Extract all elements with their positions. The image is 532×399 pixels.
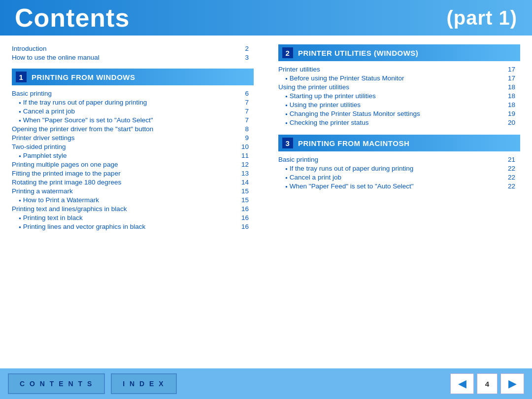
item-page: 20 — [502, 119, 515, 126]
list-item: Printing text and lines/graphics in blac… — [12, 205, 254, 213]
item-page: 13 — [236, 170, 249, 177]
list-item: If the tray runs out of paper during pri… — [278, 164, 520, 173]
list-item: Using the printer utilities 18 — [278, 101, 520, 109]
item-page: 22 — [502, 165, 515, 172]
item-page: 18 — [502, 101, 515, 109]
item-label[interactable]: Using the printer utilities — [278, 83, 502, 91]
section2-list: Printer utilities 17 Before using the Pr… — [278, 65, 520, 127]
list-item: Printing text in black 16 — [12, 214, 254, 222]
list-item: Starting up the printer utilities 18 — [278, 92, 520, 100]
list-item: Before using the Printer Status Monitor … — [278, 74, 520, 82]
footer-nav: ◀ 4 ▶ — [450, 373, 524, 394]
item-page: 21 — [502, 156, 515, 163]
item-label[interactable]: Cancel a print job — [12, 108, 236, 115]
item-page: 12 — [236, 161, 249, 168]
item-label[interactable]: If the tray runs out of paper during pri… — [12, 99, 236, 106]
list-item: Printing a watermark 15 — [12, 187, 254, 195]
footer-bar: C O N T E N T S I N D E X ◀ 4 ▶ — [0, 368, 532, 399]
section1-list: Basic printing 6 If the tray runs out of… — [12, 89, 254, 231]
item-page: 11 — [236, 152, 249, 159]
list-item: If the tray runs out of paper during pri… — [12, 98, 254, 107]
item-label[interactable]: Basic printing — [12, 90, 236, 97]
list-item: Printing lines and vector graphics in bl… — [12, 222, 254, 231]
section2-number: 2 — [282, 47, 293, 58]
item-label[interactable]: Rotating the print image 180 degrees — [12, 179, 236, 186]
part-label: (part 1) — [446, 7, 517, 29]
index-button[interactable]: I N D E X — [111, 373, 176, 394]
list-item: Printer utilities 17 — [278, 65, 520, 73]
prev-page-button[interactable]: ◀ — [450, 373, 474, 394]
left-column: Introduction 2 How to use the online man… — [12, 44, 264, 363]
item-label[interactable]: Checking the printer status — [278, 119, 502, 126]
item-page: 14 — [236, 179, 249, 186]
list-item: Pamphlet style 11 — [12, 151, 254, 160]
current-page: 4 — [477, 373, 498, 394]
section2-title: PRINTER UTILITIES (WINDOWS) — [298, 49, 418, 57]
item-label[interactable]: Printer driver settings — [12, 134, 236, 142]
item-page: 7 — [236, 108, 249, 115]
arrow-left-icon: ◀ — [458, 377, 466, 390]
list-item: When "Paper Feed" is set to "Auto Select… — [278, 182, 520, 190]
item-page: 15 — [236, 196, 249, 204]
top-links: Introduction 2 How to use the online man… — [12, 44, 254, 62]
item-page: 7 — [236, 99, 249, 106]
item-label[interactable]: Starting up the printer utilities — [278, 92, 502, 100]
list-item: Printing multiple pages on one page 12 — [12, 160, 254, 169]
section3-list: Basic printing 21 If the tray runs out o… — [278, 155, 520, 190]
item-label[interactable]: Basic printing — [278, 156, 502, 163]
howto-link[interactable]: How to use the online manual — [12, 54, 236, 61]
header: Contents (part 1) — [0, 0, 532, 36]
item-page: 22 — [502, 182, 515, 190]
list-item: How to use the online manual 3 — [12, 53, 254, 62]
item-label[interactable]: How to Print a Watermark — [12, 196, 236, 204]
item-page: 7 — [236, 116, 249, 124]
item-page: 18 — [502, 83, 515, 91]
item-label[interactable]: Printer utilities — [278, 66, 502, 73]
item-label[interactable]: Using the printer utilities — [278, 101, 502, 109]
item-label[interactable]: Pamphlet style — [12, 152, 236, 159]
howto-page: 3 — [236, 54, 249, 61]
list-item: Fitting the printed image to the paper 1… — [12, 169, 254, 178]
list-item: Using the printer utilities 18 — [278, 83, 520, 91]
list-item: Opening the printer driver from the "sta… — [12, 125, 254, 133]
item-label[interactable]: Fitting the printed image to the paper — [12, 170, 236, 177]
item-page: 16 — [236, 205, 249, 213]
intro-link[interactable]: Introduction — [12, 45, 236, 52]
list-item: Two-sided printing 10 — [12, 143, 254, 151]
item-label[interactable]: Printing text and lines/graphics in blac… — [12, 205, 236, 213]
item-page: 8 — [236, 125, 249, 133]
page-title: Contents — [15, 3, 130, 33]
section1-number: 1 — [16, 72, 27, 82]
list-item: Changing the Printer Status Monitor sett… — [278, 109, 520, 118]
list-item: Printer driver settings 9 — [12, 134, 254, 142]
main-content: Introduction 2 How to use the online man… — [0, 36, 532, 368]
item-label[interactable]: Two-sided printing — [12, 143, 236, 150]
list-item: Basic printing 21 — [278, 155, 520, 164]
item-label[interactable]: Changing the Printer Status Monitor sett… — [278, 110, 502, 117]
item-label[interactable]: Printing a watermark — [12, 187, 236, 195]
item-label[interactable]: Printing lines and vector graphics in bl… — [12, 223, 236, 230]
section3-title: PRINTING FROM MACINTOSH — [298, 139, 409, 147]
item-label[interactable]: Before using the Printer Status Monitor — [278, 74, 502, 82]
right-column: 2 PRINTER UTILITIES (WINDOWS) Printer ut… — [273, 44, 520, 363]
item-label[interactable]: Opening the printer driver from the "sta… — [12, 125, 236, 133]
item-page: 17 — [502, 66, 515, 73]
list-item: Basic printing 6 — [12, 89, 254, 98]
list-item: Rotating the print image 180 degrees 14 — [12, 178, 254, 186]
contents-button[interactable]: C O N T E N T S — [8, 373, 105, 394]
list-item: Cancel a print job 7 — [12, 107, 254, 115]
item-label[interactable]: Cancel a print job — [278, 174, 502, 181]
item-page: 16 — [236, 214, 249, 221]
section1-header: 1 PRINTING FROM WINDOWS — [12, 69, 254, 85]
list-item: Checking the printer status 20 — [278, 118, 520, 127]
item-label[interactable]: When "Paper Source" is set to "Auto Sele… — [12, 116, 236, 124]
section1-title: PRINTING FROM WINDOWS — [32, 73, 135, 81]
list-item: How to Print a Watermark 15 — [12, 196, 254, 204]
item-label[interactable]: If the tray runs out of paper during pri… — [278, 165, 502, 172]
section3-header: 3 PRINTING FROM MACINTOSH — [278, 135, 520, 151]
arrow-right-icon: ▶ — [508, 377, 517, 390]
item-label[interactable]: When "Paper Feed" is set to "Auto Select… — [278, 182, 502, 190]
item-label[interactable]: Printing multiple pages on one page — [12, 161, 236, 168]
item-label[interactable]: Printing text in black — [12, 214, 236, 221]
next-page-button[interactable]: ▶ — [500, 373, 524, 394]
